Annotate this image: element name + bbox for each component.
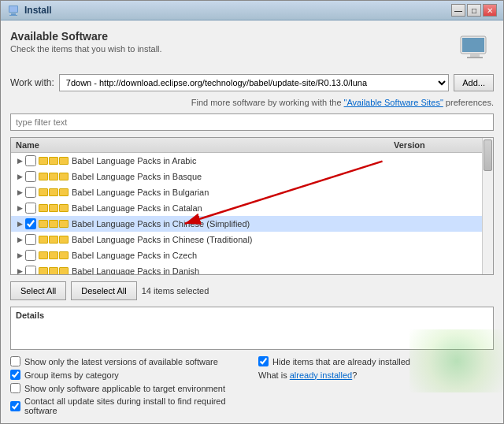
option-row-2: Hide items that are already installed (258, 356, 494, 366)
deselect-all-button[interactable]: Deselect All (71, 281, 136, 300)
list-item[interactable]: ▶ Babel Language Packs in Basque (11, 169, 482, 184)
more-software-row: Find more software by working with the "… (10, 98, 494, 107)
title-bar: Install — □ ✕ (1, 1, 503, 20)
item-checkbox[interactable] (25, 171, 36, 182)
add-button[interactable]: Add... (454, 74, 494, 91)
list-item[interactable]: ▶ Babel Language Packs in Chinese (Tradi… (11, 232, 482, 247)
title-buttons: — □ ✕ (451, 4, 497, 17)
folder-icon-3 (59, 188, 69, 196)
option-label-4: What is already installed? (258, 370, 357, 380)
option-label-5: Show only software applicable to target … (24, 384, 225, 393)
list-item[interactable]: ▶ Babel Language Packs in Arabic (11, 153, 482, 169)
folder-icon-1 (39, 220, 48, 228)
window-icon (7, 4, 20, 17)
option-row-3: Group items by category (10, 370, 246, 380)
page-header: Available Software Check the items that … (10, 30, 494, 68)
selection-buttons-row: Select All Deselect All 14 items selecte… (10, 281, 494, 300)
folder-icon-3 (59, 157, 69, 165)
page-header-text: Available Software Check the items that … (10, 30, 162, 54)
item-label: Babel Language Packs in Bulgarian (72, 188, 209, 197)
svg-rect-6 (470, 54, 480, 57)
already-installed-link[interactable]: already installed (290, 370, 353, 380)
folder-icon-3 (59, 236, 69, 244)
folder-icons (39, 157, 69, 165)
item-checkbox[interactable] (25, 187, 36, 198)
expand-icon[interactable]: ▶ (14, 250, 25, 261)
available-sites-link[interactable]: "Available Software Sites" (344, 98, 443, 107)
item-checkbox[interactable] (25, 155, 36, 166)
work-with-select[interactable]: 7down - http://download.eclipse.org/tech… (59, 74, 449, 91)
folder-icon-2 (49, 267, 58, 274)
option-label-3: Group items by category (24, 370, 119, 380)
item-label: Babel Language Packs in Danish (72, 266, 199, 274)
main-content: Available Software Check the items that … (1, 20, 503, 424)
work-with-row: Work with: 7down - http://download.eclip… (10, 74, 494, 91)
expand-icon[interactable]: ▶ (14, 234, 25, 245)
item-checkbox[interactable] (25, 250, 36, 261)
option-row-1: Show only the latest versions of availab… (10, 356, 246, 366)
folder-icons (39, 251, 69, 259)
item-label: Babel Language Packs in Czech (72, 251, 197, 260)
folder-icon-2 (49, 173, 58, 180)
filter-input[interactable] (10, 113, 494, 131)
folder-icon-3 (59, 173, 69, 180)
expand-icon[interactable]: ▶ (14, 203, 25, 214)
list-item[interactable]: ▶ Babel Language Packs in Catalan (11, 200, 482, 216)
option-label-6: Contact all update sites during install … (24, 396, 246, 415)
folder-icons (39, 267, 69, 274)
item-checkbox[interactable] (25, 234, 36, 245)
item-label: Babel Language Packs in Catalan (72, 203, 202, 213)
item-label: Babel Language Packs in Chinese (Simplif… (72, 219, 250, 229)
folder-icon-1 (39, 204, 48, 212)
expand-icon[interactable]: ▶ (14, 187, 25, 198)
option-checkbox-2[interactable] (258, 356, 269, 366)
column-version: Version (394, 140, 488, 150)
option-row-5: Show only software applicable to target … (10, 383, 246, 393)
svg-rect-5 (462, 38, 484, 52)
title-bar-left: Install (7, 4, 52, 17)
list-item[interactable]: ▶ Babel Language Packs in Chinese (Simpl… (11, 216, 482, 232)
option-checkbox-1[interactable] (10, 356, 20, 366)
minimize-button[interactable]: — (451, 4, 465, 17)
work-with-label: Work with: (10, 77, 54, 88)
folder-icons (39, 173, 69, 180)
list-item[interactable]: ▶ Babel Language Packs in Danish (11, 263, 482, 274)
folder-icon-2 (49, 251, 58, 259)
option-checkbox-6[interactable] (10, 401, 20, 411)
expand-icon[interactable]: ▶ (14, 171, 25, 182)
item-label: Babel Language Packs in Basque (72, 172, 202, 181)
expand-icon[interactable]: ▶ (14, 155, 25, 166)
folder-icons (39, 204, 69, 212)
expand-icon[interactable]: ▶ (14, 218, 25, 229)
select-all-button[interactable]: Select All (10, 281, 66, 300)
close-button[interactable]: ✕ (483, 4, 497, 17)
option-row-4: What is already installed? (258, 370, 494, 380)
list-item[interactable]: ▶ Babel Language Packs in Bulgarian (11, 184, 482, 200)
folder-icon-2 (49, 157, 58, 165)
details-section: Details (10, 307, 494, 350)
more-software-text: Find more software by working with the (191, 98, 344, 107)
folder-icon-2 (49, 220, 58, 228)
folder-icon-1 (39, 251, 48, 259)
selected-count: 14 items selected (142, 286, 209, 296)
folder-icons (39, 236, 69, 244)
expand-icon[interactable]: ▶ (14, 266, 25, 274)
list-header: Name Version (11, 138, 493, 153)
scrollbar-thumb[interactable] (484, 139, 492, 171)
folder-icon-2 (49, 188, 58, 196)
item-checkbox[interactable] (25, 218, 36, 229)
item-checkbox[interactable] (25, 266, 36, 274)
list-item[interactable]: ▶ Babel Language Packs in Czech (11, 247, 482, 263)
item-checkbox[interactable] (25, 203, 36, 214)
folder-icon-3 (59, 204, 69, 212)
folder-icon-3 (59, 220, 69, 228)
options-section: Show only the latest versions of availab… (10, 356, 494, 415)
folder-icon-3 (59, 251, 69, 259)
option-checkbox-3[interactable] (10, 370, 20, 380)
maximize-button[interactable]: □ (467, 4, 481, 17)
folder-icon-1 (39, 267, 48, 274)
option-checkbox-5[interactable] (10, 383, 20, 393)
page-subtitle: Check the items that you wish to install… (10, 44, 162, 54)
page-title: Available Software (10, 30, 162, 43)
scrollbar[interactable] (482, 138, 493, 274)
